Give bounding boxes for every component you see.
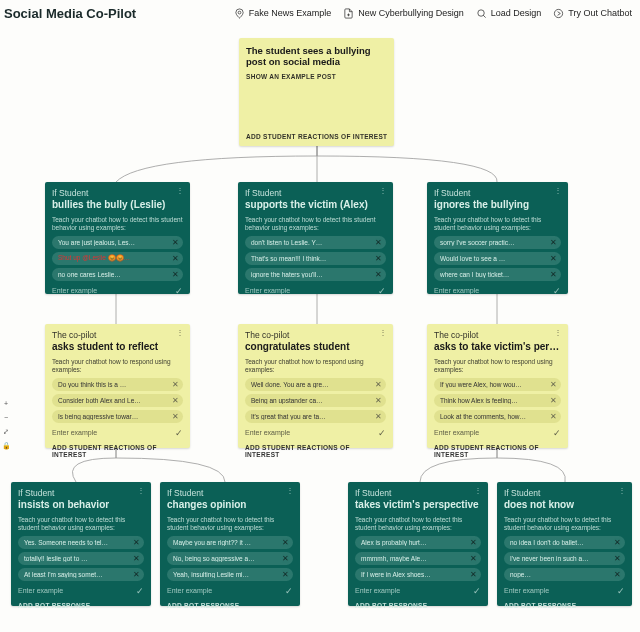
example-chip[interactable]: Would love to see a …✕	[434, 252, 561, 265]
remove-chip-icon[interactable]: ✕	[133, 538, 140, 547]
link-fake-news-example[interactable]: Fake News Example	[234, 8, 332, 19]
card-copilot-congratulate[interactable]: ⋮ The co-pilot congratulates student Tea…	[238, 324, 393, 448]
example-chip[interactable]: Well done. You are a gre…✕	[245, 378, 386, 391]
example-chip[interactable]: Look at the comments, how…✕	[434, 410, 561, 423]
remove-chip-icon[interactable]: ✕	[133, 554, 140, 563]
example-chip[interactable]: Alex is probably hurt…✕	[355, 536, 481, 549]
add-bot-response[interactable]: ADD BOT RESPONSE	[18, 602, 144, 609]
card-student-supports[interactable]: ⋮ If Student supports the victim (Alex) …	[238, 182, 393, 294]
remove-chip-icon[interactable]: ✕	[282, 570, 289, 579]
card-student-ignores[interactable]: ⋮ If Student ignores the bullying Teach …	[427, 182, 568, 294]
example-chip[interactable]: don't listen to Leslie. Y…✕	[245, 236, 386, 249]
canvas[interactable]: The student sees a bullying post on soci…	[0, 26, 640, 632]
remove-chip-icon[interactable]: ✕	[172, 238, 179, 247]
example-chip[interactable]: nope…✕	[504, 568, 625, 581]
remove-chip-icon[interactable]: ✕	[550, 396, 557, 405]
example-chip[interactable]: Being an upstander ca…✕	[245, 394, 386, 407]
remove-chip-icon[interactable]: ✕	[172, 254, 179, 263]
zoom-in-icon[interactable]: +	[2, 400, 10, 408]
remove-chip-icon[interactable]: ✕	[550, 254, 557, 263]
example-chip[interactable]: Do you think this is a …✕	[52, 378, 183, 391]
example-chip[interactable]: Is being aggressive towar…✕	[52, 410, 183, 423]
add-reactions[interactable]: ADD STUDENT REACTIONS OF INTEREST	[52, 444, 183, 458]
confirm-icon[interactable]: ✓	[175, 286, 183, 296]
example-chip[interactable]: Maybe you are right?? it …✕	[167, 536, 293, 549]
example-chip[interactable]: totally!! leslie got to …✕	[18, 552, 144, 565]
enter-example-input[interactable]: Enter example	[434, 287, 547, 294]
remove-chip-icon[interactable]: ✕	[470, 554, 477, 563]
card-student-changes[interactable]: ⋮ If Student changes opinion Teach your …	[160, 482, 300, 606]
example-chip[interactable]: where can I buy ticket…✕	[434, 268, 561, 281]
zoom-out-icon[interactable]: −	[2, 414, 10, 422]
card-copilot-reflect[interactable]: ⋮ The co-pilot asks student to reflect T…	[45, 324, 190, 448]
confirm-icon[interactable]: ✓	[285, 586, 293, 596]
remove-chip-icon[interactable]: ✕	[550, 380, 557, 389]
confirm-icon[interactable]: ✓	[553, 428, 561, 438]
remove-chip-icon[interactable]: ✕	[375, 412, 382, 421]
remove-chip-icon[interactable]: ✕	[172, 412, 179, 421]
enter-example-input[interactable]: Enter example	[52, 429, 169, 436]
show-example-post[interactable]: SHOW AN EXAMPLE POST	[246, 73, 387, 80]
confirm-icon[interactable]: ✓	[473, 586, 481, 596]
remove-chip-icon[interactable]: ✕	[282, 538, 289, 547]
example-chip[interactable]: no idea I don't do ballet…✕	[504, 536, 625, 549]
enter-example-input[interactable]: Enter example	[52, 287, 169, 294]
remove-chip-icon[interactable]: ✕	[550, 238, 557, 247]
remove-chip-icon[interactable]: ✕	[614, 570, 621, 579]
root-card[interactable]: The student sees a bullying post on soci…	[239, 38, 394, 146]
example-chip[interactable]: Consider both Alex and Le…✕	[52, 394, 183, 407]
enter-example-input[interactable]: Enter example	[167, 587, 279, 594]
add-bot-response[interactable]: ADD BOT RESPONSE	[355, 602, 481, 609]
link-load-design[interactable]: Load Design	[476, 8, 542, 19]
example-chip[interactable]: Yes. Someone needs to tel…✕	[18, 536, 144, 549]
card-student-bullies[interactable]: ⋮ If Student bullies the bully (Leslie) …	[45, 182, 190, 294]
lock-icon[interactable]: 🔒	[2, 442, 10, 450]
enter-example-input[interactable]: Enter example	[245, 429, 372, 436]
example-chip[interactable]: At least I'm saying somet…✕	[18, 568, 144, 581]
example-chip[interactable]: no one cares Leslie…✕	[52, 268, 183, 281]
fit-view-icon[interactable]: ⤢	[2, 428, 10, 436]
confirm-icon[interactable]: ✓	[378, 428, 386, 438]
add-reactions[interactable]: ADD STUDENT REACTIONS OF INTEREST	[434, 444, 561, 458]
enter-example-input[interactable]: Enter example	[434, 429, 547, 436]
remove-chip-icon[interactable]: ✕	[172, 380, 179, 389]
add-reactions[interactable]: ADD STUDENT REACTIONS OF INTEREST	[245, 444, 386, 458]
remove-chip-icon[interactable]: ✕	[375, 254, 382, 263]
card-student-does-not-know[interactable]: ⋮ If Student does not know Teach your ch…	[497, 482, 632, 606]
confirm-icon[interactable]: ✓	[553, 286, 561, 296]
example-chip[interactable]: I've never been in such a…✕	[504, 552, 625, 565]
confirm-icon[interactable]: ✓	[175, 428, 183, 438]
enter-example-input[interactable]: Enter example	[504, 587, 611, 594]
card-copilot-perspective[interactable]: ⋮ The co-pilot asks to take victim's per…	[427, 324, 568, 448]
confirm-icon[interactable]: ✓	[136, 586, 144, 596]
remove-chip-icon[interactable]: ✕	[375, 238, 382, 247]
example-chip[interactable]: You are just jealous, Les…✕	[52, 236, 183, 249]
remove-chip-icon[interactable]: ✕	[172, 270, 179, 279]
add-bot-response[interactable]: ADD BOT RESPONSE	[504, 602, 625, 609]
example-chip[interactable]: That's so mean!!! I think…✕	[245, 252, 386, 265]
example-chip[interactable]: ignore the haters you'll…✕	[245, 268, 386, 281]
enter-example-input[interactable]: Enter example	[355, 587, 467, 594]
remove-chip-icon[interactable]: ✕	[550, 270, 557, 279]
example-chip[interactable]: Shut up @Leslie 😡😡…✕	[52, 252, 183, 265]
add-reactions[interactable]: ADD STUDENT REACTIONS OF INTEREST	[246, 133, 387, 140]
remove-chip-icon[interactable]: ✕	[470, 570, 477, 579]
remove-chip-icon[interactable]: ✕	[172, 396, 179, 405]
remove-chip-icon[interactable]: ✕	[282, 554, 289, 563]
remove-chip-icon[interactable]: ✕	[375, 380, 382, 389]
example-chip[interactable]: If I were in Alex shoes…✕	[355, 568, 481, 581]
remove-chip-icon[interactable]: ✕	[614, 554, 621, 563]
example-chip[interactable]: Think how Alex is feeling…✕	[434, 394, 561, 407]
example-chip[interactable]: Yeah, insulting Leslie mi…✕	[167, 568, 293, 581]
remove-chip-icon[interactable]: ✕	[550, 412, 557, 421]
remove-chip-icon[interactable]: ✕	[470, 538, 477, 547]
card-student-takes-perspective[interactable]: ⋮ If Student takes victim's perspective …	[348, 482, 488, 606]
card-student-insists[interactable]: ⋮ If Student insists on behavior Teach y…	[11, 482, 151, 606]
link-try-chatbot[interactable]: Try Out Chatbot	[553, 8, 632, 19]
remove-chip-icon[interactable]: ✕	[614, 538, 621, 547]
example-chip[interactable]: No, being so aggressive a…✕	[167, 552, 293, 565]
example-chip[interactable]: It's great that you are ta…✕	[245, 410, 386, 423]
enter-example-input[interactable]: Enter example	[245, 287, 372, 294]
add-bot-response[interactable]: ADD BOT RESPONSE	[167, 602, 293, 609]
confirm-icon[interactable]: ✓	[378, 286, 386, 296]
